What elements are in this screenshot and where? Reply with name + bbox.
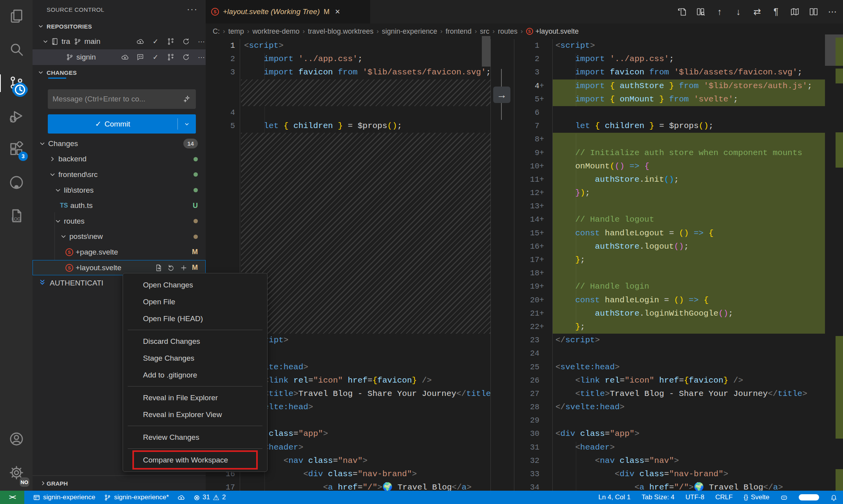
branch-indicator[interactable]: signin-experience*: [104, 493, 169, 501]
code-line-17[interactable]: 17+ };: [514, 253, 825, 267]
create-pr-icon[interactable]: [166, 37, 175, 46]
code-line-25[interactable]: 25<svelte:head>: [514, 361, 825, 374]
publish-cloud-icon[interactable]: [136, 37, 145, 46]
problems-indicator[interactable]: ⊗ 31 ⚠ 2: [194, 493, 226, 502]
code-line-15[interactable]: 15+ const handleLogout = () => {: [514, 227, 825, 240]
code-line-21[interactable]: 21+ authStore.loginWithGoogle();: [514, 307, 825, 320]
breadcrumb-item[interactable]: travel-blog.worktrees: [308, 27, 373, 36]
remote-indicator[interactable]: ><: [0, 491, 24, 504]
menu-item-open-changes[interactable]: Open Changes: [123, 276, 267, 293]
code-line-33[interactable]: 33 <div class="nav-brand">: [514, 468, 825, 481]
tree-item-backend[interactable]: backend: [33, 152, 206, 167]
code-line-8[interactable]: 8+: [514, 133, 825, 146]
menu-item-open-file-head-[interactable]: Open File (HEAD): [123, 310, 267, 327]
notifications-bell-icon[interactable]: [830, 494, 838, 501]
code-line-2[interactable]: 2 import '../app.css';: [206, 52, 490, 66]
tree-item-posts-new[interactable]: posts\new: [33, 229, 206, 245]
activity-item-settings[interactable]: NO: [0, 457, 33, 490]
tree-item-changes[interactable]: Changes14: [33, 136, 206, 152]
code-line-12[interactable]: 12+ });: [514, 186, 825, 200]
chevron-down-icon[interactable]: [49, 171, 56, 178]
next-change-icon[interactable]: ↓: [732, 5, 745, 18]
code-line-23[interactable]: 23</script>: [514, 334, 825, 347]
menu-item-compare-with-workspace[interactable]: Compare with Workspace: [123, 452, 267, 468]
menu-item-open-file[interactable]: Open File: [123, 293, 267, 310]
more-actions-icon[interactable]: ···: [197, 53, 206, 61]
activity-item-explorer[interactable]: [0, 0, 33, 33]
activity-item-search[interactable]: [0, 33, 33, 67]
code-line-4[interactable]: 4+ import { authStore } from '$lib/store…: [514, 79, 825, 93]
menu-item-stage-changes[interactable]: Stage Changes: [123, 350, 267, 367]
indentation-indicator[interactable]: Tab Size: 4: [642, 493, 675, 501]
chevron-right-icon[interactable]: [49, 155, 56, 163]
breadcrumb-item[interactable]: frontend: [446, 27, 472, 36]
diff-next-change-arrow[interactable]: →: [493, 87, 510, 103]
tree-item-frontend-src[interactable]: frontend\src: [33, 167, 206, 182]
refresh-icon[interactable]: [182, 37, 190, 46]
inline-view-icon[interactable]: [694, 5, 707, 18]
code-line-24[interactable]: 24: [514, 347, 825, 360]
create-pr-icon[interactable]: [166, 53, 175, 61]
chevron-down-icon[interactable]: [42, 38, 49, 45]
tree-item-lib-stores[interactable]: lib\stores: [33, 182, 206, 198]
workspace-indicator[interactable]: signin-experience: [33, 493, 95, 501]
split-editor-icon[interactable]: [807, 5, 820, 18]
chevron-down-icon[interactable]: [39, 140, 46, 147]
menu-item-review-changes[interactable]: Review Changes: [123, 429, 267, 446]
more-actions-icon[interactable]: ⋯: [826, 5, 839, 18]
diff-modified-pane[interactable]: 1<script>2 import '../app.css';3 import …: [514, 39, 843, 491]
commit-dropdown-button[interactable]: [178, 114, 196, 134]
code-line-3[interactable]: 3 import favicon from '$lib/assets/favic…: [514, 66, 825, 79]
breadcrumb-item[interactable]: S+layout.svelte: [526, 27, 579, 36]
repo-row-tra[interactable]: tra main ✓ ···: [33, 34, 206, 49]
tab-layout-svelte[interactable]: S +layout.svelte (Working Tree) M ×: [206, 0, 370, 23]
code-line-7[interactable]: 7 let { children } = $props();: [514, 119, 825, 133]
code-line-13[interactable]: 13+: [514, 200, 825, 213]
open-changes-icon[interactable]: [675, 5, 689, 18]
more-actions-icon[interactable]: ···: [197, 37, 206, 46]
stage-plus-icon[interactable]: [179, 264, 188, 272]
encoding-indicator[interactable]: UTF-8: [686, 493, 704, 501]
code-line-31[interactable]: 31 <header>: [514, 441, 825, 454]
code-line-26[interactable]: 26 <link rel="icon" href={favicon} />: [514, 374, 825, 387]
commit-message-input[interactable]: Message (Ctrl+Enter to co...: [48, 89, 196, 109]
code-line-19[interactable]: 19+ // Handle login: [514, 280, 825, 293]
code-line-30[interactable]: 30<div class="app">: [514, 427, 825, 441]
breadcrumb-item[interactable]: signin-experience: [382, 27, 437, 36]
breadcrumb-item[interactable]: C:: [213, 27, 220, 36]
language-indicator[interactable]: {}Svelte: [744, 493, 769, 501]
tree-item-routes[interactable]: routes: [33, 213, 206, 229]
eol-indicator[interactable]: CRLF: [715, 493, 733, 501]
activity-item-run-debug[interactable]: [0, 100, 33, 133]
section-changes[interactable]: CHANGES: [33, 65, 206, 80]
code-line-9[interactable]: 9+ // Initialize auth store when compone…: [514, 146, 825, 160]
section-repositories[interactable]: REPOSITORIES: [33, 19, 206, 34]
code-line-10[interactable]: 10+ onMount(() => {: [514, 160, 825, 173]
code-line-18[interactable]: 18+: [514, 267, 825, 280]
chevron-down-icon[interactable]: [54, 187, 62, 194]
whitespace-icon[interactable]: ¶: [769, 5, 783, 18]
code-line-1[interactable]: 1<script>: [206, 39, 490, 52]
section-graph[interactable]: GRAPH: [33, 475, 206, 491]
chevron-down-icon[interactable]: [60, 233, 67, 240]
commit-check-icon[interactable]: ✓: [151, 37, 160, 46]
cursor-position[interactable]: Ln 4, Col 1: [598, 493, 630, 501]
refresh-icon[interactable]: [182, 53, 190, 61]
menu-item-reveal-in-file-explorer[interactable]: Reveal in File Explorer: [123, 389, 267, 406]
tree-item-auth-ts[interactable]: TSauth.tsU: [33, 198, 206, 213]
code-line-2[interactable]: 2 import '../app.css';: [514, 52, 825, 66]
previous-change-icon[interactable]: ↑: [713, 5, 726, 18]
breadcrumb-item[interactable]: src: [480, 27, 489, 36]
close-icon[interactable]: ×: [335, 7, 340, 17]
publish-cloud-icon[interactable]: [121, 53, 129, 61]
breadcrumb-item[interactable]: worktree-demo: [252, 27, 299, 36]
sync-publish-button[interactable]: [177, 494, 185, 501]
open-file-icon[interactable]: [154, 264, 163, 272]
code-line-20[interactable]: 20+ const handleLogin = () => {: [514, 294, 825, 307]
activity-item-github[interactable]: [0, 166, 33, 200]
menu-item-add-to-gitignore[interactable]: Add to .gitignore: [123, 367, 267, 383]
code-line-27[interactable]: 27 <title>Travel Blog - Share Your Journ…: [514, 387, 825, 401]
activity-item-extensions[interactable]: 3: [0, 133, 33, 166]
code-line-5[interactable]: 5 let { children } = $props();: [206, 119, 490, 133]
menu-item-discard-changes[interactable]: Discard Changes: [123, 333, 267, 350]
